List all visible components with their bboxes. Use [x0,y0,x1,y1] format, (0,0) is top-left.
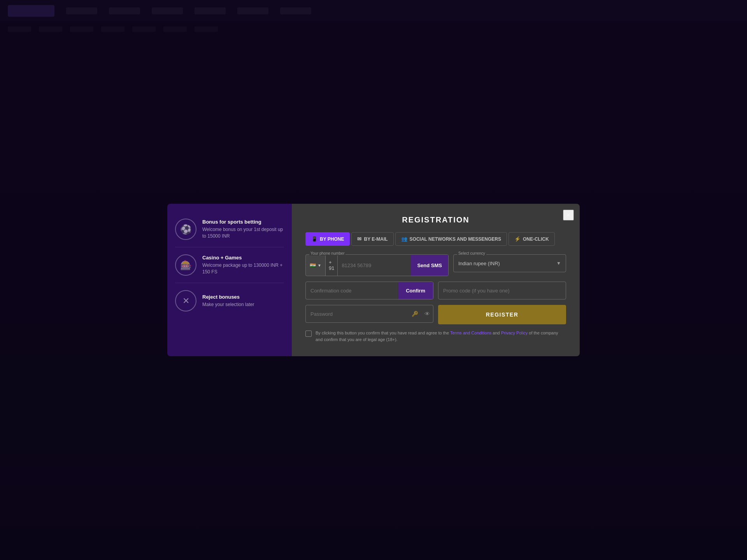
phone-tab-label: BY PHONE [320,236,344,242]
phone-country-code: + 91 [326,255,338,276]
terms-prefix: By clicking this button you confirm that… [316,331,449,335]
casino-bonus-icon: 🎰 [175,254,196,276]
reject-bonus-title: Reject bonuses [202,294,284,300]
reject-bonus-text: Reject bonuses Make your selection later [202,294,284,308]
registration-title: REGISTRATION [305,215,566,224]
password-input-wrapper: 🔑 👁 [305,305,433,323]
sports-bonus-icon: ⚽ [175,219,196,240]
terms-checkbox[interactable] [305,331,312,337]
phone-number-input[interactable] [338,255,411,276]
password-input[interactable] [306,306,409,322]
tab-by-phone[interactable]: 📱 BY PHONE [305,232,350,246]
currency-select-wrapper: Indian rupee (INR) USD EUR ▼ [453,254,566,272]
register-button[interactable]: REGISTER [438,305,566,324]
promo-code-input[interactable] [438,282,566,299]
email-tab-label: BY E-MAIL [364,236,388,242]
phone-input-wrapper: 🇮🇳 ▼ + 91 Send SMS [305,254,449,276]
casino-bonus-text: Casino + Games Welcome package up to 130… [202,255,284,275]
registration-panel: × REGISTRATION 📱 BY PHONE ✉ BY E-MAIL 👥 … [292,204,580,356]
currency-label: Select currency [457,251,486,256]
flag-icon: 🇮🇳 [310,262,316,268]
bonus-item-sports[interactable]: ⚽ Bonus for sports betting Welcome bonus… [175,212,284,247]
phone-number-group: Your phone number 🇮🇳 ▼ + 91 Send SMS [305,254,449,276]
bonus-item-casino[interactable]: 🎰 Casino + Games Welcome package up to 1… [175,247,284,283]
tab-by-email[interactable]: ✉ BY E-MAIL [351,232,393,246]
flag-chevron-icon: ▼ [317,263,321,268]
phone-label: Your phone number [309,251,345,256]
terms-text: By clicking this button you confirm that… [316,330,566,343]
reject-bonus-desc: Make your selection later [202,301,284,308]
sports-bonus-desc: Welcome bonus on your 1st deposit up to … [202,226,284,240]
currency-chevron-icon: ▼ [556,261,566,266]
confirmation-code-group: Confirm [305,282,433,299]
register-button-group: REGISTER [438,305,566,324]
oneclick-tab-icon: ⚡ [514,236,521,242]
bonus-item-reject[interactable]: ✕ Reject bonuses Make your selection lat… [175,283,284,318]
password-register-row: 🔑 👁 REGISTER [305,305,566,324]
sports-bonus-title: Bonus for sports betting [202,219,284,225]
password-group: 🔑 👁 [305,305,433,324]
registration-tabs: 📱 BY PHONE ✉ BY E-MAIL 👥 SOCIAL NETWORKS… [305,232,566,246]
close-button[interactable]: × [563,210,574,220]
phone-flag-selector[interactable]: 🇮🇳 ▼ [306,255,326,276]
social-tab-label: SOCIAL NETWORKS AND MESSENGERS [410,236,501,242]
tab-one-click[interactable]: ⚡ ONE-CLICK [509,232,555,246]
currency-group: Select currency Indian rupee (INR) USD E… [453,254,566,276]
password-visibility-icon[interactable]: 👁 [421,311,433,317]
terms-and: and [493,331,500,335]
confirmation-code-input[interactable] [306,282,398,299]
send-sms-button[interactable]: Send SMS [411,255,448,276]
social-tab-icon: 👥 [401,236,407,242]
confirmation-input-wrapper: Confirm [305,282,433,299]
terms-conditions-link[interactable]: Terms and Conditions [450,331,491,335]
modal-container: ⚽ Bonus for sports betting Welcome bonus… [167,204,580,356]
confirm-button[interactable]: Confirm [398,282,433,299]
reject-bonus-icon: ✕ [175,290,196,312]
tab-social-networks[interactable]: 👥 SOCIAL NETWORKS AND MESSENGERS [395,232,507,246]
currency-select[interactable]: Indian rupee (INR) USD EUR [454,256,556,271]
phone-currency-row: Your phone number 🇮🇳 ▼ + 91 Send SMS Sel… [305,254,566,276]
bonus-panel: ⚽ Bonus for sports betting Welcome bonus… [167,204,292,356]
privacy-policy-link[interactable]: Privacy Policy [501,331,528,335]
casino-bonus-title: Casino + Games [202,255,284,261]
terms-row: By clicking this button you confirm that… [305,330,566,343]
sports-bonus-text: Bonus for sports betting Welcome bonus o… [202,219,284,240]
phone-tab-icon: 📱 [311,236,317,242]
promo-code-group [438,282,566,299]
casino-bonus-desc: Welcome package up to 130000 INR + 150 F… [202,262,284,275]
password-key-icon: 🔑 [409,311,421,317]
oneclick-tab-label: ONE-CLICK [523,236,549,242]
email-tab-icon: ✉ [357,236,361,242]
confirmation-promo-row: Confirm [305,282,566,299]
